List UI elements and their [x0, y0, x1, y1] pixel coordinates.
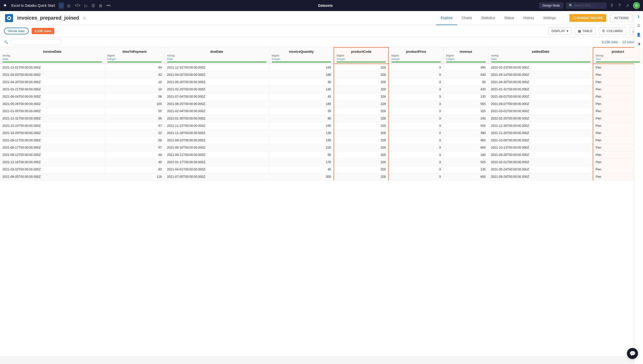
- cell-productCode-5: 328: [334, 100, 389, 108]
- design-node-button[interactable]: Design Node: [539, 3, 563, 9]
- sidebar-list-icon[interactable]: ☰: [635, 22, 642, 29]
- grid-icon[interactable]: ⊞: [98, 2, 103, 9]
- global-search[interactable]: 🔍 Search DSS...: [566, 3, 606, 9]
- rows-info[interactable]: 9,236 rows: [602, 40, 618, 44]
- cell-productCode-3: 328: [334, 86, 389, 93]
- svg-point-1: [8, 17, 10, 19]
- table-row: 2021-03-03T00:00:00.000Z422021-04-02T00:…: [0, 71, 643, 79]
- cell-invoiceDate-13: 2021-12-18T00:00:00.000Z: [0, 159, 105, 166]
- col-type-product: string: [596, 54, 604, 57]
- more-icon[interactable]: •••: [105, 2, 112, 9]
- tab-explore[interactable]: Explore: [436, 11, 457, 25]
- table-view-button[interactable]: ▦ TABLE: [575, 27, 596, 35]
- col-header-dueDate[interactable]: dueDate string Date: [165, 47, 269, 64]
- cell-invoiceDate-3: 2021-01-21T00:00:00.000Z: [0, 86, 105, 93]
- target-icon[interactable]: ◎: [66, 2, 72, 9]
- filter-search-input[interactable]: [11, 39, 61, 45]
- cell-revenue-2: 90: [443, 79, 488, 86]
- cell-timeToPayment-6: 55: [105, 108, 165, 115]
- external-link-icon[interactable]: ↗: [625, 2, 630, 9]
- col-name-product: product: [596, 50, 640, 53]
- cell-timeToPayment-11: 57: [105, 144, 165, 151]
- col-header-productCode[interactable]: productCode bigint Integer: [334, 47, 389, 64]
- cell-productCode-10: 328: [334, 137, 389, 144]
- cell-invoiceQuantity-4: 45: [269, 93, 334, 100]
- cell-revenue-6: 105: [443, 108, 488, 115]
- cell-timeToPayment-14: 83: [105, 166, 165, 173]
- refresh-icon[interactable]: ↻: [83, 16, 86, 20]
- col-header-invoiceQuantity[interactable]: invoiceQuantity bigint Integer: [269, 47, 334, 64]
- cell-productPrice-13: 3: [389, 159, 443, 166]
- explore-toolbar: Whole data 9,236 rows DISPLAY ▾ ▦ TABLE …: [0, 25, 643, 37]
- sidebar-user-icon[interactable]: 👤: [635, 31, 642, 38]
- col-name-timeToPayment: timeToPayment: [107, 50, 162, 53]
- cell-dueDate-1: 2021-04-02T00:00:00.000Z: [165, 71, 269, 79]
- tab-settings-label: Settings: [543, 16, 556, 20]
- user-avatar[interactable]: D: [633, 2, 640, 9]
- col-type-productCode: bigint: [337, 54, 344, 57]
- apps-grid-icon[interactable]: ⠿: [609, 2, 614, 9]
- cell-dueDate-14: 2021-04-01T00:00:00.000Z: [165, 166, 269, 173]
- cell-productCode-7: 328: [334, 115, 389, 122]
- tab-statistics-label: Statistics: [481, 16, 495, 20]
- help-icon[interactable]: ?: [617, 2, 622, 9]
- cell-invoiceQuantity-11: 220: [269, 144, 334, 151]
- cell-timeToPayment-0: 84: [105, 64, 165, 71]
- main-nav-tabs: Explore Charts Statistics Status History…: [436, 11, 561, 25]
- col-meaning-product: Text: [596, 57, 601, 60]
- actions-button[interactable]: ACTIONS: [610, 14, 632, 22]
- table-row: 2021-12-18T00:00:00.000Z452022-01-17T00:…: [0, 159, 643, 166]
- code-icon[interactable]: </>: [74, 2, 81, 9]
- cell-settledDate-9: 2021-11-20T00:00:00.000Z: [488, 130, 593, 137]
- cell-productPrice-3: 3: [389, 86, 443, 93]
- display-button[interactable]: DISPLAY ▾: [548, 27, 572, 35]
- cell-dueDate-0: 2021-12-31T00:00:00.000Z: [165, 64, 269, 71]
- col-meaning-timeToPayment: Integer: [107, 57, 116, 60]
- col-type-revenue: bigint: [446, 54, 454, 57]
- col-header-settledDate[interactable]: settledDate string Date: [488, 47, 593, 64]
- cell-invoiceQuantity-10: 155: [269, 137, 334, 144]
- col-header-product[interactable]: product string Text: [593, 47, 643, 64]
- top-nav-right: Design Node 🔍 Search DSS... ⠿ ? ↗ D: [539, 2, 640, 9]
- cell-productPrice-7: 3: [389, 115, 443, 122]
- parent-recipe-button[interactable]: ⬡ PARENT RECIPE: [569, 14, 606, 22]
- cell-productCode-9: 328: [334, 130, 389, 137]
- app-logo: ✦: [3, 3, 7, 8]
- tab-charts[interactable]: Charts: [457, 11, 476, 25]
- columns-button[interactable]: ☰ COLUMNS: [599, 27, 626, 35]
- page-section-label: Datasets: [318, 4, 333, 8]
- tab-statistics[interactable]: Statistics: [476, 11, 500, 25]
- play-icon[interactable]: ▷: [83, 2, 88, 9]
- table-row: 2021-08-11T00:00:00.000Z562021-09-10T00:…: [0, 137, 643, 144]
- col-type-invoiceDate: string: [3, 54, 10, 57]
- cell-invoiceQuantity-8: 185: [269, 122, 334, 130]
- share-icon[interactable]: ⬡: [59, 2, 64, 9]
- tab-history[interactable]: History: [519, 11, 539, 25]
- cell-timeToPayment-2: 10: [105, 79, 165, 86]
- table-row: 2021-10-29T00:00:00.000Z222021-11-28T00:…: [0, 130, 643, 137]
- col-type-timeToPayment: bigint: [107, 54, 115, 57]
- cell-settledDate-11: 2021-10-13T00:00:00.000Z: [488, 144, 593, 151]
- whole-data-button[interactable]: Whole data: [4, 28, 29, 34]
- cell-revenue-11: 660: [443, 144, 488, 151]
- tab-settings[interactable]: Settings: [539, 11, 561, 25]
- col-header-invoiceDate[interactable]: invoiceDate string Date: [0, 47, 105, 64]
- chat-icon: 💬: [629, 350, 636, 356]
- col-header-productPrice[interactable]: productPrice bigint Integer: [389, 47, 443, 64]
- table-row: 2021-08-17T00:00:00.000Z572021-09-16T00:…: [0, 144, 643, 151]
- cell-productPrice-14: 3: [389, 166, 443, 173]
- sidebar-info-icon[interactable]: ℹ: [635, 13, 642, 20]
- cell-timeToPayment-4: 58: [105, 93, 165, 100]
- sidebar-circle-icon[interactable]: ◑: [635, 40, 642, 47]
- cell-productCode-15: 328: [334, 173, 389, 180]
- tab-history-label: History: [523, 16, 534, 20]
- cell-settledDate-4: 2021-08-01T00:00:00.000Z: [488, 93, 593, 100]
- cell-timeToPayment-12: 48: [105, 151, 165, 159]
- inbox-icon[interactable]: ☰: [90, 2, 96, 9]
- col-header-revenue[interactable]: revenue bigint Integer: [443, 47, 488, 64]
- col-header-timeToPayment[interactable]: timeToPayment bigint Integer: [105, 47, 165, 64]
- col-name-revenue: revenue: [446, 50, 486, 53]
- tab-status[interactable]: Status: [500, 11, 519, 25]
- cell-invoiceQuantity-9: 130: [269, 130, 334, 137]
- cell-revenue-13: 525: [443, 159, 488, 166]
